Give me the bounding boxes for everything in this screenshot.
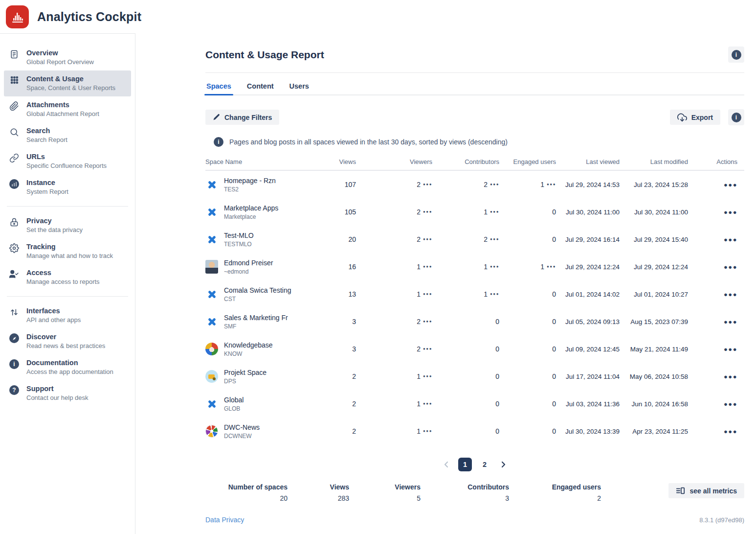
- row-actions-button[interactable]: ●●●: [724, 373, 737, 380]
- contributors-more-button[interactable]: ●●●: [490, 292, 499, 296]
- viewers-more-button[interactable]: ●●●: [423, 264, 432, 269]
- tab-users[interactable]: Users: [289, 79, 310, 94]
- views-value: 2: [308, 427, 356, 435]
- table-header-row: Space NameViewsViewersContributorsEngage…: [205, 158, 744, 171]
- contributors-value: 2: [484, 235, 488, 243]
- viewers-more-button[interactable]: ●●●: [423, 319, 432, 324]
- space-name-link[interactable]: Sales & Marketing Fr: [224, 314, 288, 322]
- space-name-link[interactable]: DWC-News: [224, 423, 260, 432]
- space-name-link[interactable]: Projekt Space: [224, 369, 267, 377]
- sidebar-item-overview[interactable]: Overview Global Report Overview: [4, 45, 131, 70]
- sidebar-item-support[interactable]: ? Support Contact our help desk: [4, 380, 131, 406]
- sidebar-item-content-usage[interactable]: Content & Usage Space, Content & User Re…: [4, 70, 131, 96]
- page-button-1[interactable]: 1: [458, 458, 472, 471]
- last-viewed-value: Jul 29, 2024 14:53: [556, 181, 620, 188]
- row-actions-button[interactable]: ●●●: [724, 291, 737, 298]
- viewers-more-button[interactable]: ●●●: [423, 182, 432, 186]
- report-info-button[interactable]: i: [728, 46, 744, 63]
- space-key-label: DPS: [224, 378, 267, 385]
- row-actions-button[interactable]: ●●●: [724, 209, 737, 216]
- sidebar-item-search[interactable]: Search Search Report: [4, 122, 131, 148]
- column-header-actions[interactable]: Actions: [688, 158, 744, 165]
- summary-metric-viewers: Viewers 5: [349, 483, 421, 502]
- see-all-metrics-button[interactable]: see all metrics: [668, 483, 744, 498]
- engaged-users-value: 0: [552, 235, 556, 243]
- tab-spaces[interactable]: Spaces: [205, 79, 232, 94]
- sidebar-item-instance[interactable]: Instance System Report: [4, 174, 131, 200]
- prev-page-button[interactable]: [441, 459, 452, 470]
- sidebar-item-sublabel: Global Attachment Report: [26, 110, 99, 118]
- viewers-more-button[interactable]: ●●●: [423, 374, 432, 378]
- space-name-link[interactable]: Test-MLO: [224, 232, 254, 240]
- page-button-2[interactable]: 2: [478, 458, 491, 471]
- row-actions-button[interactable]: ●●●: [724, 400, 737, 408]
- column-header-contributors[interactable]: Contributors: [432, 158, 499, 165]
- sidebar-item-documentation[interactable]: i Documentation Access the app documenta…: [4, 354, 131, 380]
- sidebar-item-sublabel: Access the app documentation: [26, 368, 113, 376]
- last-viewed-value: Jul 29, 2024 12:24: [556, 263, 620, 271]
- space-key-label: Marketplace: [224, 213, 278, 220]
- column-header-viewers[interactable]: Viewers: [356, 158, 432, 165]
- tab-content[interactable]: Content: [246, 79, 275, 94]
- last-modified-value: Aug 15, 2023 07:39: [620, 318, 688, 325]
- sidebar-item-sublabel: API and other apps: [26, 316, 81, 325]
- viewers-more-button[interactable]: ●●●: [423, 347, 432, 351]
- change-filters-label: Change Filters: [224, 114, 272, 121]
- engaged-users-value: 0: [552, 290, 556, 298]
- row-actions-button[interactable]: ●●●: [724, 318, 737, 325]
- contributors-more-button[interactable]: ●●●: [490, 182, 499, 186]
- sidebar-item-discover[interactable]: Discover Read news & best practices: [4, 328, 131, 354]
- sidebar-item-sublabel: Global Report Overview: [26, 58, 94, 67]
- space-key-label: SMF: [224, 323, 288, 330]
- export-button[interactable]: Export: [670, 110, 720, 125]
- last-viewed-value: Jul 03, 2024 11:36: [556, 400, 620, 408]
- summary-metric-value: 5: [349, 494, 421, 502]
- row-actions-button[interactable]: ●●●: [724, 428, 737, 435]
- space-name-link[interactable]: Edmond Preiser: [224, 259, 273, 267]
- space-name-link[interactable]: Global: [224, 396, 244, 404]
- column-header-views[interactable]: Views: [308, 158, 356, 165]
- engaged-more-button[interactable]: ●●●: [547, 264, 556, 269]
- data-privacy-link[interactable]: Data Privacy: [205, 516, 244, 524]
- summary-metric-label: Number of spaces: [205, 483, 288, 491]
- viewers-more-button[interactable]: ●●●: [423, 209, 432, 214]
- contributors-more-button[interactable]: ●●●: [490, 264, 499, 269]
- project-logo-icon: [205, 370, 218, 383]
- sidebar-item-urls[interactable]: URLs Specific Confluence Reports: [4, 148, 131, 174]
- change-filters-button[interactable]: Change Filters: [205, 110, 279, 125]
- sidebar-item-access[interactable]: Access Manage access to reports: [4, 264, 131, 290]
- row-actions-button[interactable]: ●●●: [724, 346, 737, 353]
- sidebar-item-sublabel: Search Report: [26, 136, 67, 144]
- version-label: 8.3.1 (d97ed98): [699, 516, 744, 524]
- viewers-more-button[interactable]: ●●●: [423, 401, 432, 406]
- space-name-link[interactable]: Comala Swica Testing: [224, 286, 291, 295]
- space-name-link[interactable]: Marketplace Apps: [224, 204, 278, 212]
- column-header-space-name[interactable]: Space Name: [205, 158, 308, 165]
- cloud-download-icon: [677, 113, 687, 122]
- column-header-last-modified[interactable]: Last modified: [620, 158, 688, 165]
- export-info-button[interactable]: i: [728, 109, 744, 125]
- viewers-more-button[interactable]: ●●●: [423, 237, 432, 241]
- sidebar-item-interfaces[interactable]: Interfaces API and other apps: [4, 302, 131, 328]
- viewers-value: 1: [417, 400, 421, 408]
- viewers-more-button[interactable]: ●●●: [423, 292, 432, 296]
- next-page-button[interactable]: [497, 459, 509, 470]
- space-name-link[interactable]: Knowledgebase: [224, 341, 273, 349]
- column-header-engaged-users[interactable]: Engaged users: [499, 158, 556, 165]
- table-row: DWC-News DCWNEW 2 1●●● 0●●● 0●●● Jul 30,…: [205, 418, 744, 445]
- sidebar-item-label: Privacy: [26, 216, 83, 226]
- info-icon: i: [732, 113, 741, 122]
- sidebar-item-tracking[interactable]: Tracking Manage what and how to track: [4, 238, 131, 264]
- contributors-more-button[interactable]: ●●●: [490, 237, 499, 241]
- engaged-more-button[interactable]: ●●●: [547, 182, 556, 186]
- row-actions-button[interactable]: ●●●: [724, 236, 737, 243]
- sidebar-item-privacy[interactable]: Privacy Set the data privacy: [4, 212, 131, 238]
- summary-metric-engaged-users: Engaged users 2: [509, 483, 601, 502]
- space-name-link[interactable]: Homepage - Rzn: [224, 177, 276, 185]
- column-header-last-viewed[interactable]: Last viewed: [556, 158, 620, 165]
- sidebar-item-attachments[interactable]: Attachments Global Attachment Report: [4, 96, 131, 122]
- viewers-more-button[interactable]: ●●●: [423, 429, 432, 433]
- contributors-more-button[interactable]: ●●●: [490, 209, 499, 214]
- row-actions-button[interactable]: ●●●: [724, 263, 737, 271]
- row-actions-button[interactable]: ●●●: [724, 181, 737, 188]
